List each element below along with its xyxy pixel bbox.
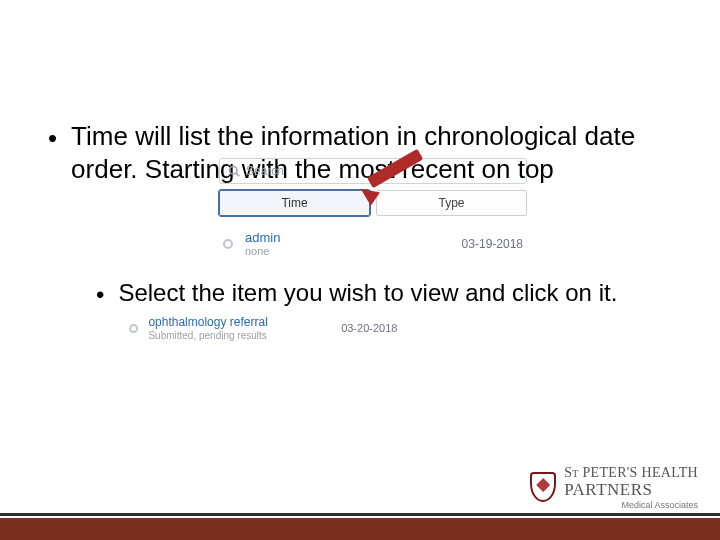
footer-bar-brown (0, 518, 720, 540)
bullet-level-1: • Time will list the information in chro… (48, 120, 672, 185)
bullet-text-2-label: Select the item you wish to view and cli… (118, 279, 617, 306)
list-item-title: admin (245, 230, 462, 245)
logo-shield-icon (530, 472, 556, 504)
footer-logo: ST PETER'S HEALTH PARTNERS Medical Assoc… (530, 466, 698, 510)
timeline-dot-icon (223, 239, 233, 249)
tab-time[interactable]: Time (219, 190, 370, 216)
list-item-title: ophthalmology referral (148, 315, 341, 330)
list-item-subtitle: Submitted, pending results (148, 330, 341, 343)
logo-line-3: Medical Associates (564, 501, 698, 510)
footer-bars (0, 513, 720, 540)
logo-text: ST PETER'S HEALTH PARTNERS Medical Assoc… (564, 466, 698, 510)
bullet-text-2: Select the item you wish to view and cli… (118, 278, 672, 339)
search-placeholder: Search (246, 164, 284, 178)
list-item[interactable]: admin none 03-19-2018 (219, 224, 527, 263)
list-item-text: ophthalmology referral Submitted, pendin… (148, 315, 341, 343)
bullet-dot: • (48, 122, 57, 185)
embedded-screenshot-item[interactable]: ophthalmology referral Submitted, pendin… (128, 314, 398, 344)
svg-line-1 (236, 173, 239, 176)
list-item-subtitle: none (245, 245, 462, 257)
search-icon (228, 165, 240, 177)
list-item-date: 03-20-2018 (341, 322, 397, 336)
timeline-dot-icon (129, 324, 138, 333)
svg-point-0 (230, 167, 238, 175)
bullet-level-2: • Select the item you wish to view and c… (96, 278, 672, 339)
logo-line-2: PARTNERS (564, 481, 698, 498)
logo-line-1: ST PETER'S HEALTH (564, 466, 698, 480)
content-area: • Time will list the information in chro… (0, 0, 720, 339)
list-item-text: admin none (245, 230, 462, 257)
list-item-date: 03-19-2018 (462, 237, 523, 251)
logo-rest: PETER'S HEALTH (579, 465, 698, 480)
tabs-row: Time Type (219, 190, 527, 216)
tab-type[interactable]: Type (376, 190, 527, 216)
slide: • Time will list the information in chro… (0, 0, 720, 540)
bullet-text-1: Time will list the information in chrono… (71, 120, 672, 185)
bullet-dot: • (96, 280, 104, 339)
